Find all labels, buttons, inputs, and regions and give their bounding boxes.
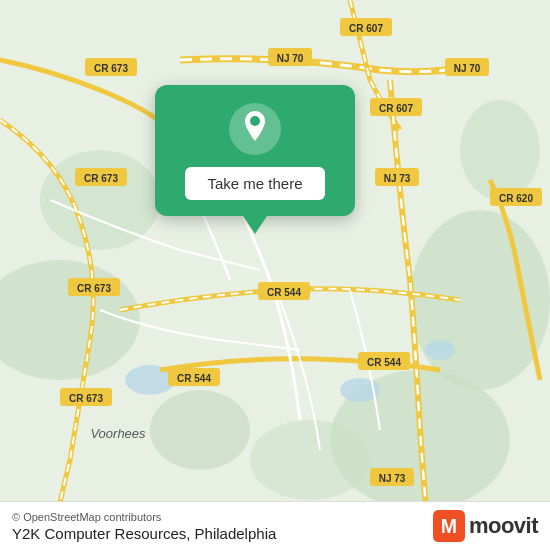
svg-point-2	[410, 210, 550, 390]
location-icon	[229, 103, 281, 155]
svg-text:CR 673: CR 673	[94, 63, 128, 74]
svg-text:CR 607: CR 607	[349, 23, 383, 34]
business-name: Y2K Computer Resources, Philadelphia	[12, 525, 276, 542]
map-svg: CR 673 CR 673 CR 673 CR 673 NJ 70 NJ 70 …	[0, 0, 550, 550]
svg-point-6	[150, 390, 250, 470]
svg-text:Voorhees: Voorhees	[90, 426, 146, 441]
bottom-bar: © OpenStreetMap contributors Y2K Compute…	[0, 501, 550, 550]
svg-point-10	[425, 340, 455, 360]
svg-text:CR 673: CR 673	[77, 283, 111, 294]
svg-text:CR 673: CR 673	[69, 393, 103, 404]
svg-text:CR 607: CR 607	[379, 103, 413, 114]
moovit-logo: M moovit	[433, 510, 538, 542]
attribution-text: © OpenStreetMap contributors	[12, 511, 276, 523]
svg-text:M: M	[441, 515, 457, 537]
svg-text:NJ 73: NJ 73	[384, 173, 411, 184]
svg-text:NJ 70: NJ 70	[277, 53, 304, 64]
svg-point-4	[40, 150, 160, 250]
svg-point-7	[250, 420, 370, 500]
map-container: CR 673 CR 673 CR 673 CR 673 NJ 70 NJ 70 …	[0, 0, 550, 550]
svg-text:CR 544: CR 544	[267, 287, 301, 298]
svg-point-40	[250, 116, 260, 126]
moovit-text: moovit	[469, 513, 538, 539]
popup-card: Take me there	[155, 85, 355, 216]
svg-point-5	[460, 100, 540, 200]
svg-text:CR 620: CR 620	[499, 193, 533, 204]
moovit-icon: M	[433, 510, 465, 542]
bottom-left: © OpenStreetMap contributors Y2K Compute…	[12, 511, 276, 542]
svg-text:CR 673: CR 673	[84, 173, 118, 184]
svg-text:NJ 73: NJ 73	[379, 473, 406, 484]
svg-text:CR 544: CR 544	[177, 373, 211, 384]
svg-text:NJ 70: NJ 70	[454, 63, 481, 74]
svg-text:CR 544: CR 544	[367, 357, 401, 368]
take-me-there-button[interactable]: Take me there	[185, 167, 324, 200]
